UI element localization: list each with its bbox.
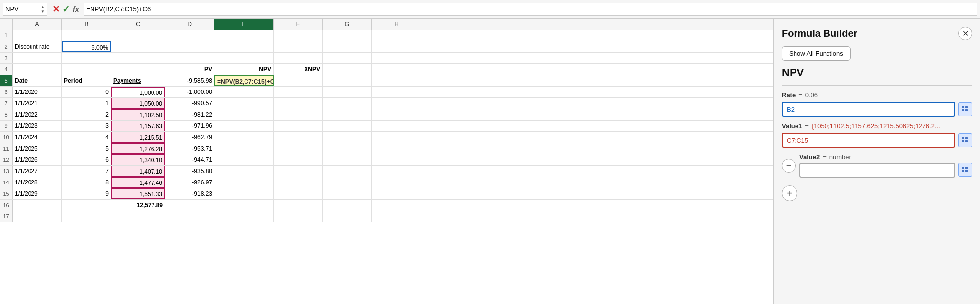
cell-C12[interactable]: 1,340.10 (111, 154, 165, 165)
formula-input[interactable] (84, 3, 977, 16)
cell-C15[interactable]: 1,551.33 (111, 188, 165, 199)
cell-G5[interactable] (323, 75, 372, 86)
cell-A5[interactable]: Date (13, 75, 62, 86)
cell-C2[interactable] (111, 41, 165, 52)
cell-G12[interactable] (323, 154, 372, 165)
cell-F9[interactable] (274, 121, 323, 131)
cell-A8[interactable]: 1/1/2022 (13, 109, 62, 120)
cell-H11[interactable] (372, 143, 421, 154)
cell-B2[interactable]: 6.00% (62, 41, 111, 52)
cell-F7[interactable] (274, 98, 323, 109)
cell-name-box[interactable]: NPV ▲ ▼ (3, 3, 47, 16)
cell-D5[interactable]: -9,585.98 (165, 75, 214, 86)
col-header-F[interactable]: F (274, 19, 323, 30)
cell-E8[interactable] (214, 109, 274, 120)
cell-B3[interactable] (62, 53, 111, 63)
cell-C6[interactable]: 1,000.00 (111, 87, 165, 97)
cell-A12[interactable]: 1/1/2026 (13, 154, 62, 165)
cell-D17[interactable] (165, 211, 214, 222)
cell-D13[interactable]: -935.80 (165, 166, 214, 177)
cell-F10[interactable] (274, 132, 323, 143)
cell-H2[interactable] (372, 41, 421, 52)
cell-H8[interactable] (372, 109, 421, 120)
cell-C4[interactable] (111, 64, 165, 75)
cell-G4[interactable] (323, 64, 372, 75)
confirm-icon[interactable]: ✓ (62, 4, 70, 15)
cell-G8[interactable] (323, 109, 372, 120)
cell-A6[interactable]: 1/1/2020 (13, 87, 62, 97)
cell-A9[interactable]: 1/1/2023 (13, 121, 62, 131)
cell-H12[interactable] (372, 154, 421, 165)
cell-D2[interactable] (165, 41, 214, 52)
cell-E7[interactable] (214, 98, 274, 109)
col-header-G[interactable]: G (323, 19, 372, 30)
cell-B12[interactable]: 6 (62, 154, 111, 165)
value2-input[interactable] (799, 163, 955, 178)
cell-C13[interactable]: 1,407.10 (111, 166, 165, 177)
cell-B10[interactable]: 4 (62, 132, 111, 143)
cell-G16[interactable] (323, 200, 372, 211)
cell-A14[interactable]: 1/1/2028 (13, 177, 62, 188)
cell-C10[interactable]: 1,215.51 (111, 132, 165, 143)
cell-A16[interactable] (13, 200, 62, 211)
cell-H13[interactable] (372, 166, 421, 177)
cell-F15[interactable] (274, 188, 323, 199)
show-all-functions-button[interactable]: Show All Functions (782, 46, 851, 61)
cell-A11[interactable]: 1/1/2025 (13, 143, 62, 154)
cell-B8[interactable]: 2 (62, 109, 111, 120)
cell-G6[interactable] (323, 87, 372, 97)
cell-B1[interactable] (62, 30, 111, 41)
cell-E17[interactable] (214, 211, 274, 222)
cell-H14[interactable] (372, 177, 421, 188)
cell-H6[interactable] (372, 87, 421, 97)
cell-C1[interactable] (111, 30, 165, 41)
cell-D10[interactable]: -962.79 (165, 132, 214, 143)
cell-F2[interactable] (274, 41, 323, 52)
col-header-H[interactable]: H (372, 19, 421, 30)
cell-D3[interactable] (165, 53, 214, 63)
col-header-E[interactable]: E (214, 19, 274, 30)
add-param-button[interactable]: + (782, 185, 797, 201)
cell-E4[interactable]: NPV (214, 64, 274, 75)
cell-F11[interactable] (274, 143, 323, 154)
value1-input[interactable] (782, 133, 955, 148)
cell-D12[interactable]: -944.71 (165, 154, 214, 165)
cell-B9[interactable]: 3 (62, 121, 111, 131)
cell-B15[interactable]: 9 (62, 188, 111, 199)
cell-H1[interactable] (372, 30, 421, 41)
cell-H15[interactable] (372, 188, 421, 199)
cell-G9[interactable] (323, 121, 372, 131)
cell-D15[interactable]: -918.23 (165, 188, 214, 199)
cell-E9[interactable] (214, 121, 274, 131)
cell-D16[interactable] (165, 200, 214, 211)
cell-E14[interactable] (214, 177, 274, 188)
cell-E15[interactable] (214, 188, 274, 199)
cell-C7[interactable]: 1,050.00 (111, 98, 165, 109)
cell-B11[interactable]: 5 (62, 143, 111, 154)
cell-F14[interactable] (274, 177, 323, 188)
grid-body[interactable]: 1 2 Discount rate 6.00% (0, 30, 773, 304)
cell-E3[interactable] (214, 53, 274, 63)
cell-B5[interactable]: Period (62, 75, 111, 86)
cell-F8[interactable] (274, 109, 323, 120)
cell-E6[interactable] (214, 87, 274, 97)
cell-H16[interactable] (372, 200, 421, 211)
cell-A1[interactable] (13, 30, 62, 41)
cell-C14[interactable]: 1,477.46 (111, 177, 165, 188)
col-header-D[interactable]: D (165, 19, 214, 30)
cell-H4[interactable] (372, 64, 421, 75)
cell-H9[interactable] (372, 121, 421, 131)
cell-A3[interactable] (13, 53, 62, 63)
cell-G15[interactable] (323, 188, 372, 199)
value2-minus-button[interactable]: − (782, 159, 796, 173)
cell-F1[interactable] (274, 30, 323, 41)
cell-H10[interactable] (372, 132, 421, 143)
cell-B16[interactable] (62, 200, 111, 211)
cell-A2[interactable]: Discount rate (13, 41, 62, 52)
cell-A4[interactable] (13, 64, 62, 75)
cell-D14[interactable]: -926.97 (165, 177, 214, 188)
cell-A13[interactable]: 1/1/2027 (13, 166, 62, 177)
cell-F13[interactable] (274, 166, 323, 177)
cell-C5[interactable]: Payments (111, 75, 165, 86)
cell-B7[interactable]: 1 (62, 98, 111, 109)
